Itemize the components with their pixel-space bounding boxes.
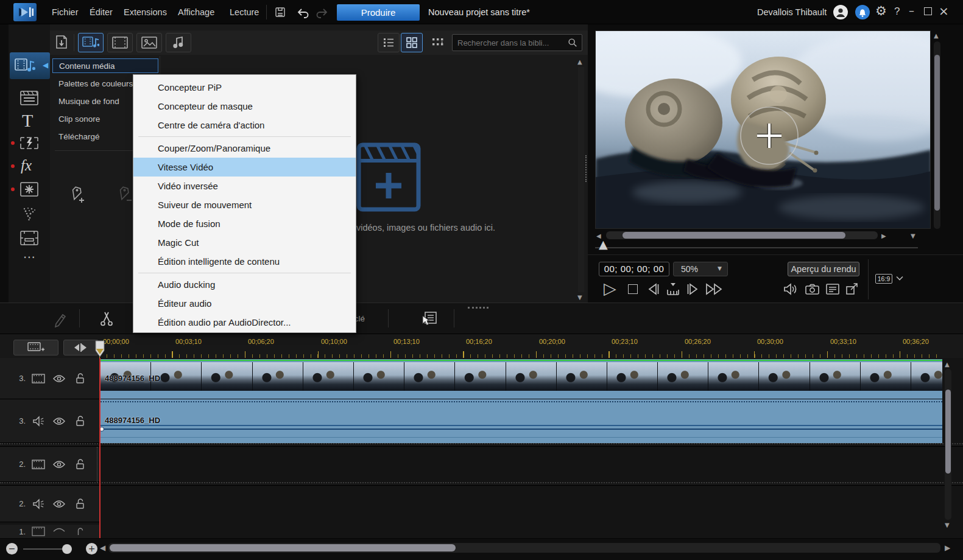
previous-frame-button[interactable]	[646, 282, 661, 296]
detach-preview-icon[interactable]	[845, 282, 859, 296]
list-view-toggle[interactable]	[378, 33, 400, 52]
timeline-scroll-down-icon[interactable]: ▼	[945, 521, 950, 530]
preview-vscrollbar[interactable]	[934, 41, 940, 229]
timeline-playhead-flag[interactable]	[94, 340, 105, 359]
track-lock-icon[interactable]	[69, 458, 90, 470]
preview-seek-bar[interactable]	[595, 247, 918, 248]
menu-item-magic-cut[interactable]: Magic Cut	[133, 233, 356, 252]
audio-volume-line[interactable]	[101, 429, 942, 430]
preview-quality-icon[interactable]	[825, 282, 840, 296]
play-button[interactable]: ▷	[604, 280, 616, 296]
preview-vscroll-thumb[interactable]	[934, 55, 940, 211]
timeline-vscrollbar[interactable]	[945, 369, 951, 520]
help-button[interactable]: ?	[894, 5, 900, 18]
menu-item-editeur-audio[interactable]: Éditeur audio	[133, 294, 356, 313]
preview-video-frame[interactable]	[595, 30, 931, 229]
timeline-scroll-up-icon[interactable]: ▲	[945, 360, 950, 369]
notifications-bell-icon[interactable]	[855, 5, 870, 19]
library-scrollbar[interactable]	[578, 67, 584, 292]
library-scroll-down-icon[interactable]: ▼	[577, 293, 582, 302]
save-icon[interactable]	[274, 6, 286, 18]
menu-item-edition-intelligente[interactable]: Édition intelligente de contenu	[133, 252, 356, 271]
menu-fichier[interactable]: Fichier	[52, 0, 79, 24]
grid-view-toggle[interactable]	[401, 33, 423, 52]
close-button[interactable]: ×	[939, 5, 949, 17]
timecode-display[interactable]: 00; 00; 00; 00	[599, 262, 669, 276]
app-logo-icon[interactable]	[13, 3, 37, 21]
track-header-audio2[interactable]: 2.	[0, 486, 99, 522]
render-preview-button[interactable]: Aperçu du rendu	[788, 262, 859, 276]
track-lock-icon[interactable]	[69, 373, 90, 384]
menu-item-audio-ducking[interactable]: Audio ducking	[133, 275, 356, 294]
menu-item-vitesse-video[interactable]: Vitesse Vidéo	[133, 158, 356, 177]
rail-item-subtitles[interactable]	[19, 230, 39, 246]
stop-button[interactable]	[628, 284, 638, 294]
timeline-hscroll-thumb[interactable]	[110, 544, 456, 551]
filter-photo-tab[interactable]	[136, 33, 162, 52]
track-lock-icon[interactable]	[69, 415, 90, 427]
menu-item-suiveur-mouvement[interactable]: Suiveur de mouvement	[133, 195, 356, 214]
timeline-hscrollbar[interactable]	[108, 543, 940, 553]
menu-editer[interactable]: Éditer	[90, 0, 113, 24]
menu-item-centre-camera-action[interactable]: Centre de caméra d'action	[133, 116, 356, 135]
rail-item-particles[interactable]	[19, 206, 39, 223]
track-header-audio3[interactable]: 3.	[0, 399, 99, 443]
timeline-scroll-left-icon[interactable]: ◀	[100, 544, 105, 551]
search-icon[interactable]	[567, 37, 578, 49]
track-header-video2[interactable]: 2.	[0, 447, 99, 482]
timeline-scroll-right-icon[interactable]: ▶	[945, 544, 950, 551]
minimize-button[interactable]: –	[909, 5, 914, 16]
produce-button[interactable]: Produire	[337, 4, 420, 21]
track-visibility-eye-icon[interactable]	[49, 499, 69, 509]
menu-lecture[interactable]: Lecture	[230, 0, 259, 24]
filter-all-media-tab[interactable]	[78, 33, 104, 52]
timeline-zoom-slider-thumb[interactable]	[62, 544, 72, 554]
next-frame-button[interactable]	[685, 282, 700, 296]
search-input[interactable]	[453, 38, 567, 47]
rail-item-media[interactable]: ◀	[10, 52, 50, 79]
fast-forward-button[interactable]	[705, 282, 724, 296]
timeline-zoom-out-button[interactable]: −	[6, 543, 18, 555]
aspect-ratio-badge[interactable]: 16:9	[875, 274, 892, 284]
seek-playhead-marker[interactable]: ▲	[599, 239, 608, 250]
rail-item-titles[interactable]: T	[22, 111, 33, 130]
menu-item-mode-fusion[interactable]: Mode de fusion	[133, 214, 356, 233]
rail-item-slideshow[interactable]	[19, 90, 39, 106]
menu-item-couper-zoom-panoramique[interactable]: Couper/Zoom/Panoramique	[133, 139, 356, 158]
preview-collapse-icon[interactable]: ▼	[911, 232, 915, 240]
rail-item-transitions[interactable]	[19, 135, 39, 151]
design-pen-icon[interactable]	[52, 312, 68, 327]
maximize-button[interactable]	[924, 7, 932, 15]
timeline-vscroll-thumb[interactable]	[945, 390, 951, 474]
library-scroll-up-icon[interactable]: ▲	[577, 58, 582, 66]
library-menu-grid-icon[interactable]	[431, 36, 445, 49]
menu-extensions[interactable]: Extensions	[124, 0, 167, 24]
preview-scroll-right-icon[interactable]: ▶	[881, 232, 886, 240]
track-manager-button[interactable]	[13, 340, 58, 355]
track-header-video3[interactable]: 3.	[0, 358, 99, 399]
remove-tag-icon[interactable]	[113, 185, 134, 206]
menu-item-video-inversee[interactable]: Vidéo inversée	[133, 177, 356, 195]
rail-item-more[interactable]: ⋯	[23, 251, 35, 263]
track-visibility-eye-icon[interactable]	[49, 374, 69, 383]
toolbar-drag-handle[interactable]	[468, 307, 489, 309]
rail-item-effects-fx[interactable]: fx	[21, 157, 32, 174]
settings-gear-icon[interactable]: ⚙	[875, 5, 887, 18]
timeline-zoom-in-button[interactable]: +	[86, 543, 97, 555]
track-visibility-eye-icon[interactable]	[49, 527, 69, 536]
category-contenu-media[interactable]: Contenu média	[52, 58, 158, 73]
filter-music-tab[interactable]	[166, 33, 191, 52]
zoom-level-dropdown[interactable]: 50% ▼	[673, 262, 728, 276]
video-clip-488974156[interactable]: 488974156_HD	[101, 359, 942, 399]
preview-hscroll-thumb[interactable]	[623, 232, 845, 239]
preview-scroll-up-icon[interactable]: ▲	[934, 32, 939, 40]
context-menu-tool-icon[interactable]	[420, 310, 439, 327]
seek-marker-button[interactable]	[666, 282, 680, 296]
rail-item-pip-objects[interactable]	[19, 181, 39, 197]
track-lock-icon[interactable]	[69, 498, 90, 509]
track-visibility-eye-icon[interactable]	[49, 460, 69, 469]
snap-to-clips-button[interactable]	[63, 340, 99, 355]
timeline-playhead-line[interactable]	[99, 358, 101, 538]
volume-icon[interactable]	[783, 282, 799, 296]
add-tag-icon[interactable]	[66, 185, 86, 206]
